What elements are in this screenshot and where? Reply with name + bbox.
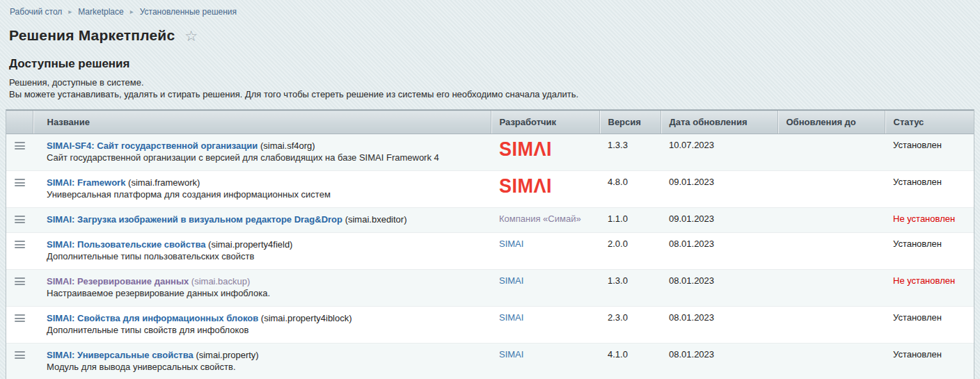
solution-description: Дополнительные типы свойств для инфоблок… bbox=[47, 324, 487, 336]
version-value: 4.8.0 bbox=[599, 171, 661, 208]
table-row: SIMAI: Свойства для информационных блоко… bbox=[6, 307, 974, 344]
solution-code: (simai.property4iblock) bbox=[261, 313, 352, 323]
developer-link[interactable]: SIMAI bbox=[499, 239, 523, 249]
solution-code: (simai.bxeditor) bbox=[345, 214, 407, 225]
updated-date-value: 09.01.2023 bbox=[661, 208, 777, 233]
page-title: Решения Маркетплейс bbox=[9, 27, 175, 44]
row-menu-button[interactable] bbox=[15, 241, 25, 248]
solution-link[interactable]: SIMAI: Framework (simai.framework) bbox=[47, 177, 200, 188]
updated-date-value: 08.01.2023 bbox=[661, 344, 777, 379]
updates-until-value bbox=[777, 307, 885, 344]
solution-link[interactable]: SIMAI: Свойства для информационных блоко… bbox=[47, 313, 352, 323]
column-header-updated[interactable]: Дата обновления bbox=[661, 111, 777, 134]
table-row: SIMAI: Резервирование данных (simai.back… bbox=[6, 270, 974, 307]
row-menu-button[interactable] bbox=[15, 314, 25, 322]
solutions-table: Название Разработчик Версия Дата обновле… bbox=[6, 109, 974, 379]
description-line-2: Вы можете устанавливать, удалять и стира… bbox=[9, 88, 980, 100]
solution-name: SIMAI: Framework bbox=[47, 177, 125, 188]
solution-code: (simai.framework) bbox=[128, 177, 200, 188]
updates-until-value bbox=[777, 134, 885, 171]
updates-until-value bbox=[777, 270, 885, 307]
row-menu-button[interactable] bbox=[15, 277, 25, 285]
solution-link[interactable]: SIMAI: Загрузка изображений в визуальном… bbox=[47, 214, 407, 225]
row-menu-button[interactable] bbox=[15, 351, 25, 359]
row-menu-button[interactable] bbox=[15, 142, 25, 150]
version-value: 1.1.0 bbox=[599, 208, 661, 233]
row-menu-button[interactable] bbox=[15, 179, 25, 186]
status-text: Установлен bbox=[893, 312, 942, 323]
version-value: 1.3.0 bbox=[599, 270, 661, 307]
updated-date-value: 10.07.2023 bbox=[661, 134, 777, 171]
updated-date-value: 08.01.2023 bbox=[661, 270, 777, 307]
status-text: Установлен bbox=[893, 140, 942, 150]
version-value: 2.3.0 bbox=[599, 307, 661, 344]
solution-link[interactable]: SIMAI-SF4: Сайт государственной организа… bbox=[47, 140, 315, 151]
column-header-updates-until[interactable]: Обновления до bbox=[777, 111, 885, 134]
updated-date-value: 09.01.2023 bbox=[661, 171, 777, 208]
solution-description: Модуль для вывода универсальных свойств. bbox=[47, 361, 487, 373]
column-header-name[interactable]: Название bbox=[33, 111, 491, 134]
solution-code: (simai.sf4org) bbox=[260, 140, 315, 151]
breadcrumb-link-installed-solutions[interactable]: Установленные решения bbox=[140, 7, 237, 17]
table-row: SIMAI: Универсальные свойства (simai.pro… bbox=[6, 344, 974, 379]
chevron-right-icon: ▸ bbox=[130, 8, 134, 15]
column-header-status[interactable]: Статус bbox=[885, 111, 974, 134]
updates-until-value bbox=[777, 233, 885, 270]
version-value: 4.1.0 bbox=[599, 344, 661, 379]
updated-date-value: 08.01.2023 bbox=[661, 233, 777, 270]
developer-logo-simai[interactable]: SIMΛI bbox=[499, 140, 552, 158]
table-row: SIMAI: Загрузка изображений в визуальном… bbox=[6, 208, 974, 233]
updated-date-value: 08.01.2023 bbox=[661, 307, 777, 344]
row-menu-button[interactable] bbox=[15, 216, 25, 223]
table-row: SIMAI: Framework (simai.framework) Униве… bbox=[6, 171, 974, 208]
status-text: Не установлен bbox=[893, 275, 955, 286]
favorite-star-icon[interactable]: ☆ bbox=[184, 29, 198, 43]
updates-until-value bbox=[777, 208, 885, 233]
breadcrumb-link-desktop[interactable]: Рабочий стол bbox=[10, 7, 62, 17]
updates-until-value bbox=[777, 171, 885, 208]
column-header-developer[interactable]: Разработчик bbox=[491, 111, 599, 134]
developer-link[interactable]: SIMAI bbox=[499, 312, 523, 323]
solution-link[interactable]: SIMAI: Резервирование данных (simai.back… bbox=[47, 276, 250, 287]
solution-name: SIMAI-SF4: Сайт государственной организа… bbox=[47, 140, 258, 151]
section-description: Решения, доступные в системе. Вы можете … bbox=[9, 76, 980, 100]
breadcrumb: Рабочий стол ▸ Marketplace ▸ Установленн… bbox=[0, 0, 980, 17]
solution-name: SIMAI: Загрузка изображений в визуальном… bbox=[47, 214, 342, 225]
status-text: Установлен bbox=[893, 349, 942, 360]
solution-description: Сайт государственной организации с верси… bbox=[47, 152, 487, 163]
section-heading: Доступные решения bbox=[9, 57, 980, 71]
solution-link[interactable]: SIMAI: Универсальные свойства (simai.pro… bbox=[47, 350, 259, 360]
status-text: Установлен bbox=[893, 239, 942, 249]
column-header-menu bbox=[6, 111, 33, 134]
table-row: SIMAI-SF4: Сайт государственной организа… bbox=[6, 134, 974, 171]
description-line-1: Решения, доступные в системе. bbox=[9, 76, 980, 88]
breadcrumb-link-marketplace[interactable]: Marketplace bbox=[78, 7, 123, 17]
solution-name: SIMAI: Пользовательские свойства bbox=[47, 239, 205, 250]
solution-code: (simai.property) bbox=[196, 350, 258, 360]
solution-code: (simai.backup) bbox=[191, 276, 251, 287]
column-header-version[interactable]: Версия bbox=[599, 111, 661, 134]
chevron-right-icon: ▸ bbox=[68, 8, 72, 15]
solution-description: Дополнительные типы пользовательских сво… bbox=[47, 250, 487, 262]
solution-name: SIMAI: Свойства для информационных блоко… bbox=[47, 313, 258, 323]
status-text: Не установлен bbox=[893, 213, 955, 224]
developer-logo-simai[interactable]: SIMΛI bbox=[499, 177, 552, 195]
version-value: 2.0.0 bbox=[599, 233, 661, 270]
table-header-row: Название Разработчик Версия Дата обновле… bbox=[6, 111, 974, 134]
developer-link[interactable]: SIMAI bbox=[499, 275, 523, 286]
updates-until-value bbox=[777, 344, 885, 379]
solution-description: Настраиваемое резервирование данных инфо… bbox=[47, 287, 487, 299]
developer-link[interactable]: SIMAI bbox=[499, 349, 523, 360]
version-value: 1.3.3 bbox=[599, 134, 661, 171]
solution-link[interactable]: SIMAI: Пользовательские свойства (simai.… bbox=[47, 239, 292, 250]
status-text: Установлен bbox=[893, 177, 942, 187]
solution-name: SIMAI: Резервирование данных bbox=[47, 276, 189, 287]
table-row: SIMAI: Пользовательские свойства (simai.… bbox=[6, 233, 974, 270]
solution-code: (simai.property4field) bbox=[208, 239, 292, 250]
solution-description: Универсальная платформа для создания инф… bbox=[47, 188, 487, 200]
solution-name: SIMAI: Универсальные свойства bbox=[47, 350, 193, 360]
developer-link[interactable]: Компания «Симай» bbox=[499, 213, 581, 224]
